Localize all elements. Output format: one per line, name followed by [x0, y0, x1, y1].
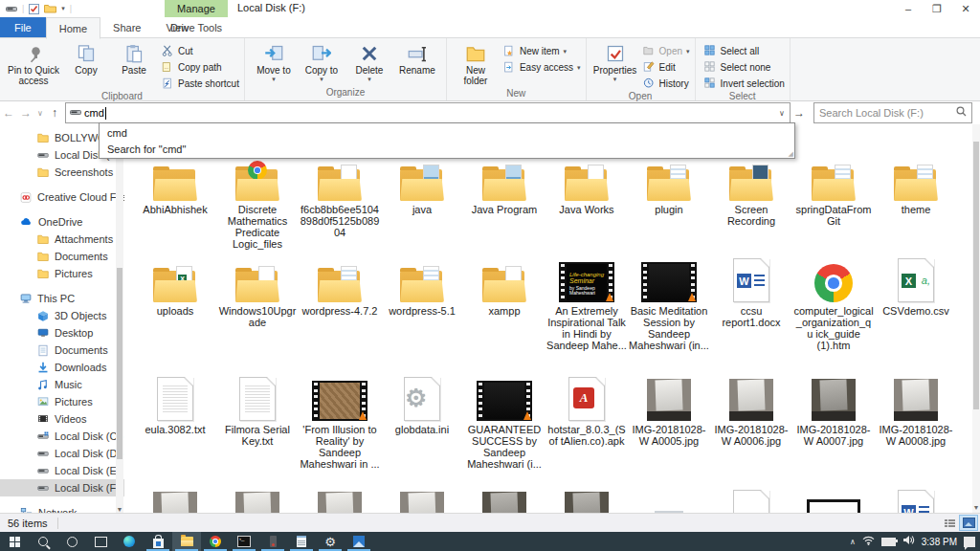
sidebar-item-videos[interactable]: Videos: [0, 410, 124, 428]
sidebar-item-documents[interactable]: Documents: [0, 248, 124, 265]
select-all-button[interactable]: Select all: [704, 44, 785, 58]
sidebar-item-this-pc[interactable]: This PC: [0, 290, 124, 307]
recent-locations-caret[interactable]: ∨: [34, 109, 46, 118]
paste-button[interactable]: Paste: [110, 41, 158, 77]
file-item-wordpress-5-1[interactable]: wordpress-5.1: [381, 253, 463, 351]
file-item-discrete-mathematics-predicate[interactable]: Discrete Mathematics Predicate Logic_fil…: [216, 151, 299, 250]
new-folder-button[interactable]: New folder: [452, 41, 500, 88]
file-item-img-20181028-w-a0006-jpg[interactable]: IMG-20181028-W A0006.jpg: [710, 371, 792, 470]
properties-button[interactable]: Properties▾: [591, 41, 639, 84]
scroll-down-icon[interactable]: ▼: [116, 506, 123, 513]
address-dropdown-caret[interactable]: ∨: [774, 109, 790, 118]
autocomplete-item[interactable]: Search for "cmd": [100, 141, 794, 157]
sidebar-item-screenshots[interactable]: Screenshots: [0, 164, 124, 181]
close-button[interactable]: ✕: [951, 0, 980, 17]
file-item-windows10upgrade[interactable]: Windows10Upgrade: [216, 253, 299, 351]
taskbar-edge-icon[interactable]: [115, 532, 144, 551]
file-item[interactable]: [216, 484, 299, 513]
file-item[interactable]: [710, 484, 792, 513]
go-icon[interactable]: →: [791, 106, 808, 120]
file-item-eula-3082-txt[interactable]: eula.3082.txt: [134, 371, 216, 470]
search-input[interactable]: Search Local Disk (F:): [813, 102, 972, 123]
tab-file[interactable]: File: [0, 17, 46, 37]
file-item-img-20181028-w-a0007-jpg[interactable]: IMG-20181028-W A0007.jpg: [792, 371, 875, 470]
taskbar-photos-icon[interactable]: [345, 532, 373, 551]
taskbar-cortana-icon[interactable]: [57, 532, 86, 551]
file-item[interactable]: [134, 484, 216, 513]
file-item[interactable]: [628, 484, 710, 513]
sidebar-item-creative-cloud-files[interactable]: Creative Cloud Files: [0, 188, 124, 206]
open-button[interactable]: Open▾: [643, 44, 690, 58]
tab-home[interactable]: Home: [46, 17, 100, 39]
copy-path-button[interactable]: ...Copy path: [162, 60, 239, 75]
up-icon[interactable]: ↑: [46, 106, 63, 120]
sidebar-item-desktop[interactable]: Desktop: [0, 324, 124, 342]
qat-customize-caret[interactable]: ▾: [61, 5, 65, 12]
taskbar-chrome-icon[interactable]: [201, 532, 230, 551]
file-item-plugin[interactable]: plugin: [628, 151, 710, 250]
taskbar-search-icon[interactable]: [29, 532, 57, 551]
details-view-button[interactable]: [941, 516, 958, 530]
history-button[interactable]: History: [643, 77, 690, 91]
tray-chevron-icon[interactable]: ∧: [850, 538, 856, 546]
copy-to-button[interactable]: Copy to▾: [298, 41, 345, 84]
sidebar-item-3d-objects[interactable]: 3D Objects: [0, 307, 124, 324]
move-to-button[interactable]: Move to▾: [250, 41, 298, 84]
sidebar-item-onedrive[interactable]: OneDrive: [0, 213, 124, 231]
file-item-csvdemo-csv[interactable]: Xa,CSVdemo.csv: [875, 253, 957, 351]
tab-share[interactable]: Share: [100, 17, 153, 37]
taskbar-store-icon[interactable]: [144, 532, 172, 551]
file-item[interactable]: [463, 484, 546, 513]
volume-icon[interactable]: [902, 535, 915, 548]
taskbar-usb-device-icon[interactable]: [258, 532, 287, 551]
file-item[interactable]: [381, 484, 463, 513]
file-item-basic-meditation-session-by-sa[interactable]: Basic Meditation Session by Sandeep Mahe…: [628, 253, 710, 351]
sidebar-item-pictures[interactable]: Pictures: [0, 393, 124, 410]
scroll-down-icon[interactable]: ▼: [972, 504, 980, 511]
taskbar-task-view-icon[interactable]: [86, 532, 115, 551]
easy-access-button[interactable]: Easy access▾: [503, 60, 581, 75]
paste-shortcut-button[interactable]: Paste shortcut: [162, 77, 239, 91]
invert-selection-button[interactable]: Invert selection: [704, 77, 785, 91]
file-item-uploads[interactable]: uploads: [134, 253, 216, 351]
delete-button[interactable]: Delete▾: [345, 41, 393, 84]
file-item-filmora-serial-key-txt[interactable]: Filmora Serial Key.txt: [216, 371, 299, 470]
copy-button[interactable]: Copy: [62, 41, 110, 77]
file-item-img-20181028-w-a0008-jpg[interactable]: IMG-20181028-W A0008.jpg: [875, 371, 957, 470]
sidebar-item-documents[interactable]: Documents: [0, 342, 124, 359]
taskbar-settings-icon[interactable]: ⚙: [316, 532, 345, 551]
edit-button[interactable]: Edit: [643, 60, 690, 75]
file-item[interactable]: [546, 484, 628, 513]
action-center-icon[interactable]: [964, 537, 975, 547]
pin-to-quick-access-button[interactable]: Pin to Quick access: [5, 41, 62, 88]
new-item-button[interactable]: New item▾: [503, 44, 581, 58]
sidebar-item-local-disk-f-[interactable]: Local Disk (F:): [0, 479, 124, 496]
file-item-an-extremely-inspirational-tal[interactable]: Life-changingSeminarby Sandeep Maheshwar…: [546, 253, 628, 351]
file-item-img-20181028-w-a0005-jpg[interactable]: IMG-20181028-W A0005.jpg: [628, 371, 710, 470]
forward-icon[interactable]: →: [17, 106, 34, 120]
file-item-globdata-ini[interactable]: ⚙globdata.ini: [381, 371, 463, 470]
rename-button[interactable]: Rename: [393, 41, 441, 77]
file-item-computer-logical-organization-[interactable]: computer_logical _organization_qu ick_gu…: [792, 253, 875, 351]
file-item[interactable]: [792, 484, 875, 513]
file-item-java-works[interactable]: Java Works: [546, 151, 628, 250]
file-item-abhiabhishek[interactable]: AbhiAbhishek: [134, 151, 216, 250]
file-item-springdatafromgit[interactable]: springDataFromGit: [792, 151, 875, 250]
taskbar-notepad-icon[interactable]: [287, 532, 316, 551]
wifi-icon[interactable]: [862, 535, 875, 548]
file-item-wordpress-4-7-2[interactable]: wordpress-4.7.2: [299, 253, 381, 351]
resize-grip[interactable]: ◢: [789, 150, 793, 158]
select-none-button[interactable]: Select none: [704, 60, 785, 75]
file-item[interactable]: [299, 484, 381, 513]
taskbar-cmd-icon[interactable]: [230, 532, 258, 551]
file-item-java[interactable]: java: [381, 151, 463, 250]
file-item[interactable]: W: [875, 484, 957, 513]
sidebar-item-downloads[interactable]: Downloads: [0, 359, 124, 376]
tab-drive-tools[interactable]: Drive Tools: [165, 17, 228, 37]
sidebar-item-local-disk-e-[interactable]: Local Disk (E:): [0, 462, 124, 479]
taskbar-file-explorer-icon[interactable]: [172, 532, 201, 551]
content-scrollbar[interactable]: ▼: [972, 124, 980, 513]
file-item--from-illusion-to-reality-by-s[interactable]: 'From Illusion to Reality' by Sandeep Ma…: [299, 371, 381, 470]
thumbnails-view-button[interactable]: [960, 516, 977, 530]
file-item-ccsu-report1-docx[interactable]: Wccsu report1.docx: [710, 253, 792, 351]
